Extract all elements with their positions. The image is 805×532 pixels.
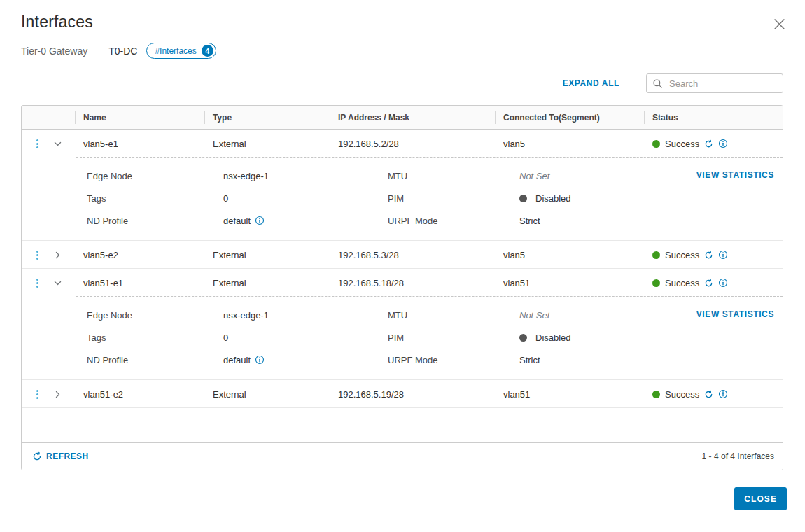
chevron-down-icon[interactable]: [53, 279, 62, 288]
detail-value-nd-profile: default: [223, 216, 251, 226]
breadcrumb: Tier-0 Gateway T0-DC #Interfaces 4: [21, 43, 216, 59]
interface-type: External: [204, 389, 330, 400]
search-box[interactable]: [646, 74, 783, 93]
detail-value-pim: Disabled: [536, 193, 571, 204]
detail-label-mtu: MTU: [388, 310, 519, 321]
search-input[interactable]: [668, 78, 777, 90]
row-actions-menu-icon[interactable]: [35, 388, 40, 400]
badge-count: 4: [202, 45, 214, 57]
status-refresh-icon[interactable]: [704, 251, 713, 260]
pagination-label: 1 - 4 of 4 Interfaces: [702, 451, 774, 461]
status-badge: Success: [665, 278, 699, 288]
refresh-label: REFRESH: [46, 451, 89, 461]
interface-segment: vlan51: [495, 389, 644, 400]
close-button[interactable]: CLOSE: [734, 487, 787, 510]
view-statistics-link[interactable]: VIEW STATISTICS: [696, 170, 774, 180]
row-detail-panel: VIEW STATISTICS Edge Node nsx-edge-1 MTU…: [22, 297, 783, 380]
chevron-down-icon[interactable]: [53, 139, 62, 148]
detail-label-edge-node: Edge Node: [87, 171, 223, 181]
detail-label-tags: Tags: [87, 332, 223, 343]
status-cell: Success: [644, 278, 783, 288]
status-cell: Success: [644, 250, 783, 260]
table-header: Name Type IP Address / Mask Connected To…: [22, 106, 783, 130]
table-footer: REFRESH 1 - 4 of 4 Interfaces: [22, 442, 783, 470]
table-body: vlan5-e1 External 192.168.5.2/28 vlan5 S…: [22, 130, 783, 408]
info-icon[interactable]: [718, 389, 728, 399]
table-row: vlan51-e1 External 192.168.5.18/28 vlan5…: [22, 269, 783, 380]
pim-disabled-dot: [519, 195, 527, 202]
table-row: vlan5-e2 External 192.168.5.3/28 vlan5 S…: [22, 241, 783, 269]
table-row: vlan5-e1 External 192.168.5.2/28 vlan5 S…: [22, 130, 783, 241]
interface-segment: vlan51: [495, 278, 644, 288]
detail-value-edge-node: nsx-edge-1: [223, 171, 388, 181]
status-cell: Success: [644, 139, 783, 149]
status-refresh-icon[interactable]: [704, 279, 713, 288]
row-actions-menu-icon[interactable]: [35, 249, 40, 261]
expand-all-button[interactable]: EXPAND ALL: [563, 78, 620, 88]
refresh-icon: [32, 451, 42, 461]
column-header-name: Name: [75, 106, 204, 129]
table-row-main[interactable]: vlan51-e2 External 192.168.5.19/28 vlan5…: [22, 380, 783, 408]
column-header-actions: [22, 106, 75, 129]
detail-label-tags: Tags: [87, 193, 223, 204]
detail-value-edge-node: nsx-edge-1: [223, 310, 388, 321]
interface-name: vlan5-e1: [75, 139, 204, 149]
detail-value-tags: 0: [223, 193, 388, 204]
interface-ip: 192.168.5.2/28: [330, 139, 495, 149]
close-icon[interactable]: [774, 18, 785, 30]
status-badge: Success: [665, 139, 699, 149]
status-success-dot: [652, 279, 660, 287]
interface-type: External: [204, 250, 330, 260]
interface-ip: 192.168.5.19/28: [330, 389, 495, 400]
detail-value-urpf: Strict: [519, 216, 783, 226]
info-icon[interactable]: [718, 250, 728, 260]
column-header-type: Type: [204, 106, 330, 129]
interface-type: External: [204, 278, 330, 288]
view-statistics-link[interactable]: VIEW STATISTICS: [696, 309, 774, 319]
detail-label-pim: PIM: [388, 332, 519, 343]
row-actions-menu-icon[interactable]: [35, 138, 40, 150]
row-actions-menu-icon[interactable]: [35, 277, 40, 289]
detail-label-urpf: URPF Mode: [388, 216, 519, 226]
interface-name: vlan51-e2: [75, 389, 204, 400]
info-icon[interactable]: [255, 216, 265, 225]
table-row-main[interactable]: vlan5-e1 External 192.168.5.2/28 vlan5 S…: [22, 130, 783, 158]
interface-segment: vlan5: [495, 250, 644, 260]
table-row-main[interactable]: vlan5-e2 External 192.168.5.3/28 vlan5 S…: [22, 241, 783, 269]
table-empty-space: [22, 408, 783, 442]
info-icon[interactable]: [718, 139, 728, 148]
info-icon[interactable]: [718, 278, 728, 288]
page-title: Interfaces: [21, 13, 93, 31]
interface-name: vlan5-e2: [75, 250, 204, 260]
badge-label: #Interfaces: [155, 46, 196, 56]
status-success-dot: [652, 140, 660, 148]
detail-value-pim: Disabled: [536, 332, 571, 343]
status-badge: Success: [665, 389, 699, 400]
chevron-down-icon[interactable]: [53, 251, 62, 260]
table-row: vlan51-e2 External 192.168.5.19/28 vlan5…: [22, 380, 783, 408]
refresh-button[interactable]: REFRESH: [32, 451, 89, 461]
interface-type: External: [204, 139, 330, 149]
status-refresh-icon[interactable]: [704, 390, 713, 399]
detail-value-tags: 0: [223, 332, 388, 343]
status-refresh-icon[interactable]: [704, 139, 713, 148]
detail-value-nd-profile: default: [223, 355, 251, 365]
chevron-down-icon[interactable]: [53, 390, 62, 399]
detail-label-nd-profile: ND Profile: [87, 216, 223, 226]
detail-label-nd-profile: ND Profile: [87, 355, 223, 365]
detail-label-pim: PIM: [388, 193, 519, 204]
pim-disabled-dot: [519, 334, 527, 342]
info-icon[interactable]: [255, 355, 265, 365]
gateway-type-label: Tier-0 Gateway: [21, 46, 88, 57]
detail-label-urpf: URPF Mode: [388, 355, 519, 365]
interfaces-count-badge[interactable]: #Interfaces 4: [146, 43, 216, 59]
detail-label-edge-node: Edge Node: [87, 310, 223, 321]
status-success-dot: [652, 251, 660, 259]
gateway-name: T0-DC: [108, 46, 137, 57]
table-row-main[interactable]: vlan51-e1 External 192.168.5.18/28 vlan5…: [22, 269, 783, 297]
interface-name: vlan51-e1: [75, 278, 204, 288]
row-detail-panel: VIEW STATISTICS Edge Node nsx-edge-1 MTU…: [22, 158, 783, 241]
detail-value-urpf: Strict: [519, 355, 783, 365]
status-badge: Success: [665, 250, 699, 260]
interfaces-table: Name Type IP Address / Mask Connected To…: [21, 105, 783, 470]
